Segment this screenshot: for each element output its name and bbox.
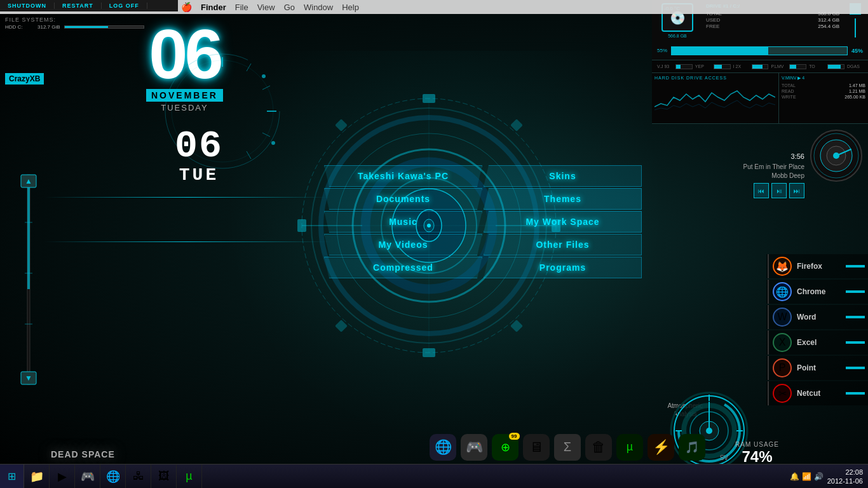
menu-item-myvideos[interactable]: My Videos <box>324 234 482 255</box>
finder-menu[interactable]: Finder <box>201 3 226 12</box>
taskbar-utorrent-tb[interactable]: µ <box>177 464 202 489</box>
word-icon: W <box>773 308 792 327</box>
dock-thunder[interactable]: ⚡ <box>647 433 675 461</box>
apple-menu[interactable]: 🍎 <box>181 2 192 12</box>
point-bar <box>846 367 865 369</box>
prog-label-2: YEP <box>695 64 711 69</box>
menu-item-programs[interactable]: Programs <box>484 257 642 278</box>
taskbar-date-value: 2012-11-06 <box>827 477 863 485</box>
artist-name: Mobb Deep <box>743 172 804 180</box>
logoff-button[interactable]: LOG OFF <box>102 3 147 9</box>
prog-fill-4 <box>790 65 796 69</box>
hdd-graph-chart-area: HARD DISK DRIVE ACCESS <box>652 73 779 123</box>
taskbar-games[interactable]: 🎮 <box>75 464 100 489</box>
svg-line-7 <box>247 151 251 159</box>
dock-chrome[interactable]: 🌐 <box>429 433 458 461</box>
hdd-graph-widget: HARD DISK DRIVE ACCESS V.MINV ▶ 4 TOTAL … <box>652 73 868 124</box>
help-menu[interactable]: Help <box>342 3 359 12</box>
player-controls: ⏮ ⏯ ⏭ <box>743 183 804 198</box>
excel-icon: X <box>773 333 792 352</box>
taskbar-network[interactable]: 🖧 <box>126 464 151 489</box>
next-button[interactable]: ⏭ <box>789 183 804 198</box>
hdd-used-val: 312.4 GB <box>818 17 839 23</box>
menu-item-music[interactable]: Music <box>324 211 482 233</box>
netcut-icon-row[interactable]: ✂ Netcut <box>766 381 868 405</box>
total-val: 1.47 MB <box>849 83 865 88</box>
chrome-icon: 🌐 <box>773 282 792 301</box>
dock-flstudio[interactable]: 🎵 <box>678 433 707 461</box>
hdd-used-label: USED <box>706 17 720 23</box>
menu-item-otherfiles[interactable]: Other Files <box>484 234 642 255</box>
svg-line-4 <box>247 64 251 71</box>
go-menu[interactable]: Go <box>284 3 295 12</box>
dock-counter[interactable]: ⊕ 99 <box>491 433 520 461</box>
excel-icon-row[interactable]: X Excel <box>766 330 868 355</box>
slider-svg: ▲ ▼ <box>16 172 41 388</box>
netcut-label: Netcut <box>797 389 820 398</box>
svg-line-6 <box>262 133 270 137</box>
restart-button[interactable]: RESTART <box>55 3 102 9</box>
taskbar-photos[interactable]: 🖼 <box>151 464 177 489</box>
svg-text:▲: ▲ <box>25 177 32 186</box>
dock-utorrent[interactable]: µ <box>616 433 644 461</box>
hdd-bar-row: 55% 45% <box>652 41 868 60</box>
taskbar-wmp[interactable]: ▶ <box>50 464 75 489</box>
file-menu[interactable]: File <box>235 3 248 12</box>
menu-item-compressed[interactable]: Compressed <box>324 257 482 278</box>
hline-1 <box>44 197 330 198</box>
gauge-svg <box>808 127 865 184</box>
hdd-bar-pct-right: 45% <box>851 48 863 54</box>
hline-2 <box>44 241 330 242</box>
view-menu[interactable]: View <box>257 3 275 12</box>
top-control-bar: SHUTDOWN RESTART LOG OFF <box>0 0 178 11</box>
menu-item-themes[interactable]: Themes <box>484 188 642 210</box>
netcut-icon: ✂ <box>773 384 792 403</box>
prog-fill-1 <box>676 65 681 69</box>
hdd-used-stat: USED 312.4 GB <box>706 17 839 23</box>
deadspace-logo: DEAD SPACE <box>51 449 115 459</box>
games-dock-icon: 🎮 <box>466 439 483 456</box>
tray-icon-1: 🔔 <box>790 472 799 481</box>
hdd-usage-bar <box>671 46 848 55</box>
menu-item-skins[interactable]: Skins <box>484 165 642 187</box>
dock-terminal[interactable]: 🖥 <box>522 433 551 461</box>
hdd-free-label: FREE <box>706 24 719 29</box>
taskbar-chrome-tb[interactable]: 🌐 <box>100 464 126 489</box>
prog-bar-1 <box>675 64 693 69</box>
track-time: 3:56 <box>743 152 804 160</box>
start-button[interactable]: ⊞ <box>0 464 24 489</box>
read-val: 1.21 MB <box>849 89 865 93</box>
window-menu[interactable]: Window <box>304 3 333 12</box>
app-icons-panel: 🦊 Firefox 🌐 Chrome W Word X Excel P Poin… <box>766 254 868 405</box>
tray-wifi: 📶 <box>802 472 811 481</box>
svg-point-8 <box>262 74 266 78</box>
menu-item-myworkspace[interactable]: My Work Space <box>484 211 642 233</box>
vertical-slider[interactable]: ▲ ▼ <box>16 172 41 388</box>
filesystems-title: FILE SYSTEMS: <box>5 17 144 23</box>
menu-item-documents[interactable]: Documents <box>324 188 482 210</box>
taskbar-clock: 22:08 2012-11-06 <box>827 468 863 486</box>
dock-sigma[interactable]: Σ <box>553 433 582 461</box>
chrome-icon-row[interactable]: 🌐 Chrome <box>766 280 868 304</box>
hdd-c-bar <box>64 25 144 29</box>
dock-trash[interactable]: 🗑 <box>585 433 613 461</box>
hdd-usage-fill <box>672 47 768 55</box>
digital-time-display: 06 TUE <box>175 127 223 185</box>
total-label: TOTAL <box>782 83 796 88</box>
prog-label-3: I 2X <box>733 64 749 69</box>
point-icon-row[interactable]: P Point <box>766 356 868 380</box>
play-pause-button[interactable]: ⏯ <box>771 183 787 198</box>
taskbar: ⊞ 📁 ▶ 🎮 🌐 🖧 🖼 µ 🔔 📶 🔊 22:08 2012-11-06 <box>0 464 868 488</box>
menu-item-takeshi[interactable]: Takeshi Kawa's PC <box>324 165 482 187</box>
dock-games[interactable]: 🎮 <box>460 433 489 461</box>
hdd-c-item: HDD C: 312.7 GiB <box>5 24 144 30</box>
word-icon-row[interactable]: W Word <box>766 305 868 329</box>
prev-button[interactable]: ⏮ <box>754 183 769 198</box>
taskbar-explorer[interactable]: 📁 <box>24 464 50 489</box>
prog-fill-2 <box>714 65 722 69</box>
firefox-icon-row[interactable]: 🦊 Firefox <box>766 254 868 278</box>
prog-fill-3 <box>752 65 763 69</box>
progress-bars-row: V.J 93 YEP I 2X P.LMV TO DGAS <box>652 60 868 73</box>
shutdown-button[interactable]: SHUTDOWN <box>0 3 55 9</box>
deadspace-title: DEAD SPACE <box>51 449 115 459</box>
